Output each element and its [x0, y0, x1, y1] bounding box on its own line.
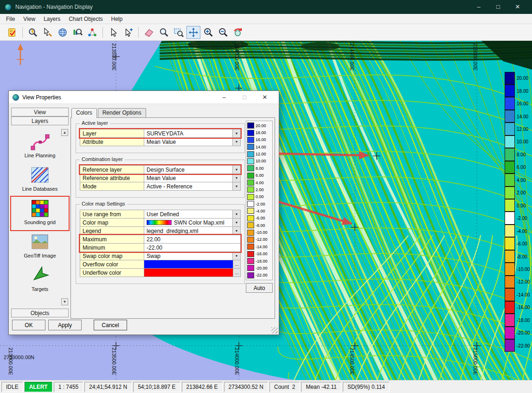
group-title: Combination layer [80, 156, 125, 162]
color-picker-button[interactable]: ... [233, 260, 240, 268]
tab-render-options[interactable]: Render Options [98, 108, 146, 117]
verify-icon [7, 27, 17, 38]
field-value-reference-attribute[interactable]: Mean Value [144, 174, 232, 182]
legend-entry: -8.00 [505, 250, 532, 263]
menu-item-chart-objects[interactable]: Chart Objects [64, 14, 107, 24]
legend-value: -2.00 [517, 216, 527, 221]
tab-colors[interactable]: Colors [71, 108, 97, 118]
zoom-out-button[interactable] [216, 26, 230, 39]
dialog-close-button[interactable]: ✕ [255, 91, 275, 104]
sidebar-item-sounding-grid[interactable]: Sounding grid [11, 197, 69, 230]
sidebar-item-line-databases[interactable]: Line Databases [11, 163, 69, 197]
verify-button[interactable] [5, 26, 19, 39]
apply-button[interactable]: Apply [48, 320, 82, 330]
auto-button[interactable]: Auto [246, 283, 273, 293]
dropdown-arrow[interactable]: ▼ [232, 129, 240, 137]
field-value-reference-layer[interactable]: Design Surface [144, 166, 232, 174]
sidebar-item-targets[interactable]: Targets [11, 264, 69, 297]
dropdown-arrow[interactable]: ▼ [232, 252, 240, 260]
field-value-mode[interactable]: Active - Reference [144, 182, 232, 190]
dropdown-arrow[interactable]: ▼ [232, 210, 240, 218]
field-value-minimum[interactable]: -22.00 [144, 244, 240, 251]
field-value-maximum[interactable]: 22.00 [144, 235, 240, 243]
pointer-edit-button[interactable] [41, 26, 55, 39]
ok-button[interactable]: OK [12, 320, 45, 330]
dropdown-arrow[interactable]: ▼ [232, 166, 240, 174]
field-value-underflow-color[interactable] [144, 269, 233, 277]
scale-entry: 20.00 [247, 122, 271, 129]
dialog-minimize-button[interactable]: – [214, 91, 234, 104]
scale-entry: -22.00 [247, 272, 271, 279]
dropdown-arrow[interactable]: ▼ [232, 138, 240, 146]
field-value-overflow-color[interactable] [144, 260, 233, 268]
field-value-attribute[interactable]: Mean Value [144, 138, 232, 146]
group-active-layer: Active layerLayerSURVEYDATA▼AttributeMea… [76, 123, 245, 153]
scale-swatch [247, 130, 254, 136]
scale-swatch [247, 122, 254, 129]
cancel-button[interactable]: Cancel [94, 320, 127, 330]
legend-entry: -22.00 [505, 340, 532, 352]
close-button[interactable]: ✕ [508, 0, 527, 14]
maximize-button[interactable]: □ [488, 0, 508, 14]
legend-swatch [505, 161, 515, 174]
cursor-plus-button[interactable] [121, 26, 135, 39]
dropdown-arrow[interactable]: ▼ [232, 219, 240, 226]
scale-value: 12.00 [256, 152, 266, 156]
eraser-button[interactable] [142, 26, 156, 39]
resize-grip[interactable] [271, 327, 278, 334]
scroll-up-button[interactable]: ▲ [61, 129, 68, 136]
dialog-maximize-button[interactable]: □ [234, 91, 255, 104]
menu-item-file[interactable]: File [2, 14, 19, 24]
scroll-down-button[interactable]: ▼ [61, 298, 68, 305]
zoom-area-button[interactable] [172, 26, 186, 39]
objects-button[interactable]: Objects [11, 309, 69, 317]
scale-swatch [247, 258, 254, 264]
zoom-out-icon [218, 27, 228, 38]
legend-swatch [505, 199, 515, 212]
scale-entry: -6.00 [247, 215, 271, 222]
network-button[interactable] [85, 26, 99, 39]
grid-label-213500-00e: 213500.00E [111, 43, 117, 71]
minimize-button[interactable]: – [469, 0, 488, 14]
dropdown-arrow[interactable]: ▼ [232, 182, 240, 190]
sidebar-item-line-planning[interactable]: Line Planning [11, 130, 69, 163]
sidebar-item-label: GeoTiff Image [24, 253, 56, 258]
scale-swatch [247, 137, 254, 143]
field-value-swap-color-map[interactable]: Swap [144, 252, 232, 260]
scale-value: -12.00 [256, 237, 268, 242]
cursor-button[interactable] [106, 26, 120, 39]
view-button[interactable]: View [11, 108, 69, 116]
legend-entry: -2.00 [505, 212, 532, 225]
legend-swatch [505, 110, 515, 122]
dropdown-arrow[interactable]: ▼ [232, 227, 240, 235]
color-picker-button[interactable]: ... [233, 269, 240, 277]
zoom-lens-button[interactable] [157, 26, 171, 39]
field-value-legend[interactable]: legend_dredging.xml [144, 227, 232, 235]
zoom-in-button[interactable] [201, 26, 215, 39]
field-row-layer: LayerSURVEYDATA▼ [80, 129, 241, 138]
layers-button[interactable]: Layers [11, 116, 69, 125]
scale-swatch [247, 194, 254, 200]
dropdown-arrow[interactable]: ▼ [232, 174, 240, 182]
field-row-mode: ModeActive - Reference▼ [80, 182, 241, 191]
field-value-use-range-from[interactable]: User Defined [144, 210, 232, 218]
globe-button[interactable] [56, 26, 70, 39]
field-label-mode: Mode [80, 182, 144, 190]
field-value-layer[interactable]: SURVEYDATA [144, 129, 232, 137]
toolbar-separator [22, 27, 23, 38]
legend-value: 10.00 [517, 139, 528, 144]
dialog-title-bar[interactable]: View Properties – □ ✕ [9, 91, 279, 104]
zoom-chart-button[interactable] [71, 26, 84, 39]
scale-value: 14.00 [256, 145, 266, 149]
toolbar-separator [103, 27, 103, 38]
refresh-button[interactable] [231, 26, 245, 39]
sidebar-item-geotiff-image[interactable]: GeoTiff Image [11, 230, 69, 264]
zoom-flash-button[interactable] [26, 26, 40, 39]
menu-item-view[interactable]: View [19, 14, 39, 24]
pan-button[interactable] [186, 26, 200, 39]
field-value-color-map[interactable]: SWN Color Map.xml [144, 219, 232, 226]
menu-item-help[interactable]: Help [107, 14, 127, 24]
legend-swatch [505, 135, 515, 148]
legend-entry: 6.00 [505, 161, 532, 174]
menu-item-layers[interactable]: Layers [39, 14, 64, 24]
